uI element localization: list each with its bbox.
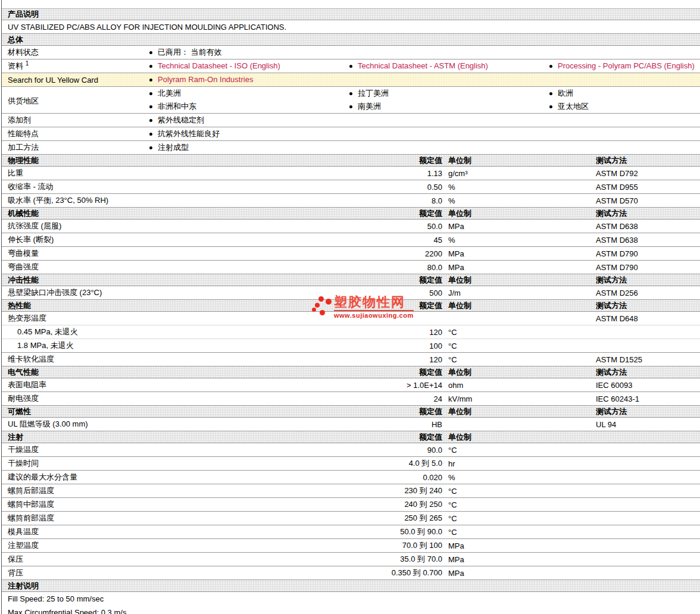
property-test-method: ASTM D638 — [596, 236, 700, 245]
list-item-text: 拉丁美洲 — [358, 87, 389, 100]
row-cell: 注射成型 — [149, 141, 349, 154]
section-title: 注射说明 — [8, 581, 700, 591]
general-row-documents: 资料 1 Technical Datasheet - ISO (English)… — [2, 59, 700, 73]
property-unit: °C — [448, 500, 596, 509]
property-value: 0.020 — [365, 473, 442, 482]
column-header-method: 测试方法 — [596, 300, 700, 311]
property-value: 90.0 — [365, 446, 442, 455]
property-row: 建议的最大水分含量 0.020 % — [2, 471, 700, 484]
section-title: 总体 — [8, 35, 700, 45]
row-label: 性能特点 — [2, 129, 149, 139]
row-label: 供货地区 — [2, 94, 149, 106]
row-cell: 已商用： 当前有效 — [149, 46, 349, 59]
bullet-icon — [549, 92, 552, 95]
column-header-unit: 单位制 — [448, 432, 596, 443]
section-header-general: 总体 — [2, 34, 700, 46]
list-item-text: 欧洲 — [558, 87, 573, 100]
property-row: 注塑温度 70.0 到 100 MPa — [2, 539, 700, 553]
property-label: 弯曲强度 — [2, 262, 365, 272]
property-unit: ohm — [448, 381, 596, 390]
section-title: 冲击性能 — [2, 275, 365, 286]
general-row-material-status: 材料状态 已商用： 当前有效 — [2, 46, 700, 59]
property-unit: °C — [448, 355, 596, 364]
bullet-icon — [149, 51, 152, 54]
property-test-method: ASTM D570 — [596, 196, 700, 205]
property-test-method: ASTM D790 — [596, 249, 700, 258]
property-label: 干燥温度 — [2, 444, 365, 455]
list-item-text: 紫外线稳定剂 — [158, 114, 204, 127]
property-label: 比重 — [2, 168, 365, 178]
property-label: 耐电强度 — [2, 393, 365, 404]
property-label: 表面电阻率 — [2, 380, 365, 390]
property-label: 维卡软化温度 — [2, 354, 365, 365]
general-row-features: 性能特点 抗紫外线性能良好 — [2, 127, 700, 141]
row-cell: 北美洲 非洲和中东 — [149, 87, 349, 113]
list-item-text: 已商用： 当前有效 — [158, 46, 222, 59]
property-test-method: ASTM D955 — [596, 183, 700, 192]
document-link-iso[interactable]: Technical Datasheet - ISO (English) — [158, 59, 280, 73]
property-value: 24 — [365, 394, 442, 403]
section-title: 物理性能 — [2, 155, 365, 166]
property-unit: MPa — [448, 249, 596, 258]
row-cell: 紫外线稳定剂 — [149, 114, 349, 127]
list-item: 注射成型 — [149, 141, 349, 154]
property-unit: °C — [448, 342, 596, 350]
column-header-unit: 单位制 — [448, 208, 596, 219]
property-test-method: UL 94 — [596, 420, 700, 429]
bullet-icon — [349, 105, 352, 108]
property-unit: % — [448, 196, 596, 205]
list-item: Processing - Polyram PC/ABS (English) — [549, 59, 700, 73]
property-label: 收缩率 - 流动 — [2, 181, 365, 192]
property-label: 螺筒中部温度 — [2, 499, 365, 510]
property-label: 热变形温度 — [2, 313, 365, 324]
column-header-method: 测试方法 — [596, 155, 700, 166]
property-label: 0.45 MPa, 未退火 — [2, 327, 365, 337]
property-label: UL 阻燃等级 (3.00 mm) — [2, 419, 365, 430]
property-label: 螺筒前部温度 — [2, 513, 365, 524]
property-value: 230 到 240 — [365, 485, 442, 496]
row-label: 材料状态 — [2, 47, 149, 58]
column-header-unit: 单位制 — [448, 367, 596, 378]
datasheet-page: 产品说明 UV STABILIZED PC/ABS ALLOY FOR INJE… — [1, 0, 700, 614]
general-row-additive: 添加剂 紫外线稳定剂 — [2, 114, 700, 127]
section-header-impact: 冲击性能 额定值 单位制 测试方法 — [2, 274, 700, 286]
section-title: 注射 — [2, 432, 365, 443]
product-description-text: UV STABILIZED PC/ABS ALLOY FOR INJECTION… — [8, 23, 286, 32]
bullet-icon — [549, 105, 552, 108]
document-link-processing[interactable]: Processing - Polyram PC/ABS (English) — [558, 59, 695, 73]
row-cell: 抗紫外线性能良好 — [149, 127, 349, 140]
property-value: 120 — [365, 328, 442, 337]
property-value: 240 到 250 — [365, 499, 442, 510]
property-test-method: ASTM D638 — [596, 222, 700, 231]
property-value: 100 — [365, 342, 442, 350]
property-value: 2200 — [365, 249, 442, 258]
property-row: 维卡软化温度 120 °C ASTM D1525 — [2, 353, 700, 366]
property-label: 背压 — [2, 568, 365, 578]
list-item: 亚太地区 — [549, 100, 700, 113]
property-unit: MPa — [448, 569, 596, 578]
property-value: 4.0 到 5.0 — [365, 458, 442, 469]
document-link-astm[interactable]: Technical Datasheet - ASTM (English) — [358, 59, 488, 73]
section-header-electrical: 电气性能 额定值 单位制 测试方法 — [2, 366, 700, 378]
property-label: 保压 — [2, 554, 365, 565]
section-header-physical: 物理性能 额定值 单位制 测试方法 — [2, 155, 700, 167]
property-row: 表面电阻率 > 1.0E+14 ohm IEC 60093 — [2, 378, 700, 392]
property-test-method: ASTM D790 — [596, 263, 700, 272]
section-header-flammability: 可燃性 额定值 单位制 测试方法 — [2, 406, 700, 418]
section-header-injection: 注射 额定值 单位制 — [2, 431, 700, 443]
property-row: 螺筒后部温度 230 到 240 °C — [2, 484, 700, 498]
property-test-method: ASTM D648 — [596, 314, 700, 323]
list-item-text: 亚太地区 — [558, 100, 589, 113]
product-description-row: UV STABILIZED PC/ABS ALLOY FOR INJECTION… — [2, 20, 700, 34]
column-header-unit: 单位制 — [448, 406, 596, 417]
general-row-availability: 供货地区 北美洲 非洲和中东 拉丁美洲 南美洲 欧洲 亚太地区 — [2, 87, 700, 114]
property-value: 120 — [365, 355, 442, 364]
list-item: Technical Datasheet - ISO (English) — [149, 59, 349, 73]
column-header-method: 测试方法 — [596, 208, 700, 219]
footnote-marker: 1 — [26, 60, 29, 67]
bullet-icon — [149, 119, 152, 122]
property-row: 吸水率 (平衡, 23°C, 50% RH) 8.0 % ASTM D570 — [2, 194, 700, 208]
property-unit: % — [448, 473, 596, 482]
property-label: 注塑温度 — [2, 540, 365, 551]
ul-supplier-link[interactable]: Polyram Ram-On Industries — [158, 73, 253, 86]
